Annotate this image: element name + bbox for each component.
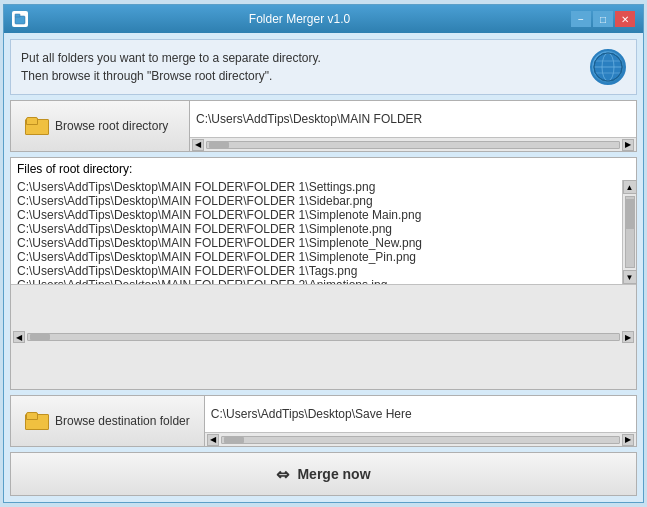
main-window: Folder Merger v1.0 − □ ✕ Put all folders… (3, 4, 644, 503)
dest-scroll-thumb (224, 437, 244, 443)
restore-button[interactable]: □ (593, 11, 613, 27)
vertical-scrollbar[interactable]: ▲ ▼ (622, 180, 636, 284)
content-area: Put all folders you want to merge to a s… (4, 33, 643, 502)
files-content: C:\Users\AddTips\Desktop\MAIN FOLDER\FOL… (11, 180, 622, 284)
list-item: C:\Users\AddTips\Desktop\MAIN FOLDER\FOL… (17, 236, 616, 250)
root-path-scrollbar: ◀ ▶ (190, 137, 636, 151)
browse-dest-row: Browse destination folder C:\Users\AddTi… (10, 395, 637, 447)
scroll-left-arrow[interactable]: ◀ (192, 139, 204, 151)
globe-icon (590, 49, 626, 85)
browse-root-button[interactable]: Browse root directory (10, 100, 190, 152)
app-icon (12, 11, 28, 27)
browse-dest-button[interactable]: Browse destination folder (10, 395, 205, 447)
dest-path-scrollbar: ◀ ▶ (205, 432, 636, 446)
window-title: Folder Merger v1.0 (28, 12, 571, 26)
scroll-up-button[interactable]: ▲ (623, 180, 637, 194)
scroll-track[interactable] (206, 141, 620, 149)
window-controls: − □ ✕ (571, 11, 635, 27)
hscroll-right[interactable]: ▶ (622, 331, 634, 343)
files-panel: Files of root directory: C:\Users\AddTip… (10, 157, 637, 390)
files-header: Files of root directory: (11, 158, 636, 180)
close-button[interactable]: ✕ (615, 11, 635, 27)
titlebar: Folder Merger v1.0 − □ ✕ (4, 5, 643, 33)
info-text: Put all folders you want to merge to a s… (21, 49, 321, 85)
minimize-button[interactable]: − (571, 11, 591, 27)
files-hscrollbar: ◀ ▶ (11, 284, 636, 389)
dest-scroll-track[interactable] (221, 436, 620, 444)
svg-rect-1 (15, 14, 20, 17)
browse-root-row: Browse root directory C:\Users\AddTips\D… (10, 100, 637, 152)
folder-icon (25, 117, 47, 135)
files-inner: C:\Users\AddTips\Desktop\MAIN FOLDER\FOL… (11, 180, 636, 284)
hscroll-thumb (30, 334, 50, 340)
merge-icon: ⇔ (276, 465, 289, 484)
dest-path-text: C:\Users\AddTips\Desktop\Save Here (205, 396, 636, 432)
info-panel: Put all folders you want to merge to a s… (10, 39, 637, 95)
vscroll-track[interactable] (625, 196, 635, 268)
list-item: C:\Users\AddTips\Desktop\MAIN FOLDER\FOL… (17, 264, 616, 278)
hscroll-track[interactable] (27, 333, 620, 341)
scroll-right-arrow[interactable]: ▶ (622, 139, 634, 151)
root-path-box: C:\Users\AddTips\Desktop\MAIN FOLDER ◀ ▶ (190, 100, 637, 152)
folder-icon-dest (25, 412, 47, 430)
list-item: C:\Users\AddTips\Desktop\MAIN FOLDER\FOL… (17, 208, 616, 222)
list-item: C:\Users\AddTips\Desktop\MAIN FOLDER\FOL… (17, 250, 616, 264)
files-list: C:\Users\AddTips\Desktop\MAIN FOLDER\FOL… (11, 180, 622, 284)
vscroll-thumb (626, 199, 634, 229)
root-path-text: C:\Users\AddTips\Desktop\MAIN FOLDER (190, 101, 636, 137)
scroll-down-button[interactable]: ▼ (623, 270, 637, 284)
merge-button[interactable]: ⇔ Merge now (10, 452, 637, 496)
list-item: C:\Users\AddTips\Desktop\MAIN FOLDER\FOL… (17, 180, 616, 194)
scroll-thumb (209, 142, 229, 148)
dest-scroll-left[interactable]: ◀ (207, 434, 219, 446)
list-item: C:\Users\AddTips\Desktop\MAIN FOLDER\FOL… (17, 222, 616, 236)
dest-scroll-right[interactable]: ▶ (622, 434, 634, 446)
hscroll-left[interactable]: ◀ (13, 331, 25, 343)
dest-path-box: C:\Users\AddTips\Desktop\Save Here ◀ ▶ (205, 395, 637, 447)
list-item: C:\Users\AddTips\Desktop\MAIN FOLDER\FOL… (17, 194, 616, 208)
